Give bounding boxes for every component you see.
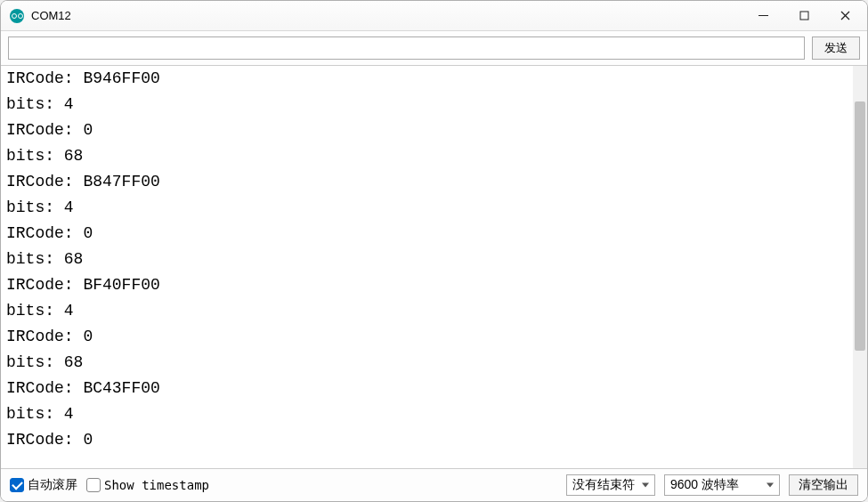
autoscroll-label: 自动滚屏 <box>28 477 77 493</box>
statusbar: 自动滚屏 Show timestamp 没有结束符 9600 波特率 清空输出 <box>1 469 867 501</box>
arduino-icon <box>10 9 24 23</box>
baud-rate-select[interactable]: 9600 波特率 <box>664 474 780 496</box>
send-toolbar: 发送 <box>1 31 867 66</box>
svg-rect-1 <box>800 12 808 20</box>
window-title: COM12 <box>31 9 71 22</box>
serial-input[interactable] <box>8 36 805 60</box>
close-button[interactable] <box>824 2 865 30</box>
clear-output-button[interactable]: 清空输出 <box>789 474 858 496</box>
checkbox-icon <box>86 478 101 492</box>
titlebar: COM12 <box>1 1 867 31</box>
checkbox-icon <box>10 478 24 492</box>
send-button[interactable]: 发送 <box>812 36 860 60</box>
scrollbar-thumb[interactable] <box>855 101 865 351</box>
timestamp-label: Show timestamp <box>104 478 209 492</box>
console-area: IRCode: B946FF00 bits: 4 IRCode: 0 bits:… <box>1 66 867 469</box>
timestamp-checkbox[interactable]: Show timestamp <box>86 478 209 492</box>
autoscroll-checkbox[interactable]: 自动滚屏 <box>10 477 77 493</box>
serial-output[interactable]: IRCode: B946FF00 bits: 4 IRCode: 0 bits:… <box>1 66 867 468</box>
maximize-button[interactable] <box>783 2 824 30</box>
window-controls <box>742 2 865 30</box>
line-ending-value: 没有结束符 <box>572 477 635 493</box>
minimize-button[interactable] <box>742 2 783 30</box>
serial-monitor-window: COM12 发送 IRCode: B946FF00 bits: 4 IRCode… <box>0 0 868 502</box>
line-ending-select[interactable]: 没有结束符 <box>566 474 655 496</box>
scrollbar[interactable] <box>853 66 867 468</box>
baud-rate-value: 9600 波特率 <box>670 477 739 493</box>
